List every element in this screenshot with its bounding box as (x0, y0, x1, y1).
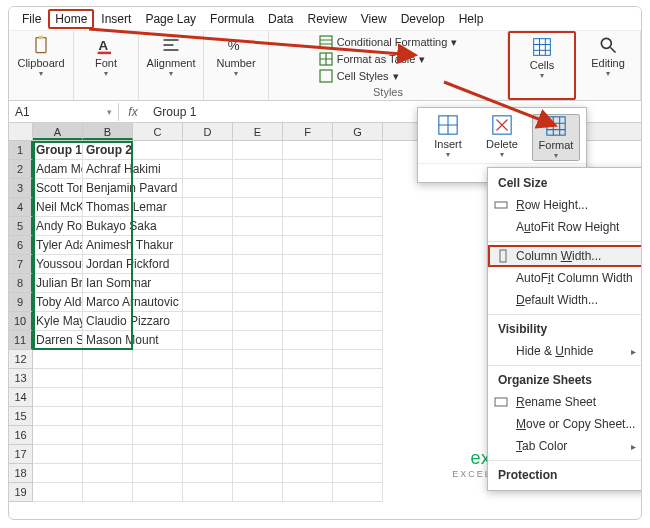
cell-styles-button[interactable]: Cell Styles▾ (319, 69, 458, 83)
menu-autofit-row[interactable]: AutoFit Row HeightAutoFit Row Height (488, 216, 642, 238)
cell[interactable] (333, 179, 383, 198)
cell[interactable] (283, 483, 333, 502)
tab-data[interactable]: Data (261, 9, 300, 29)
cell[interactable] (333, 141, 383, 160)
cell[interactable] (183, 274, 233, 293)
row-header[interactable]: 4 (9, 198, 33, 217)
number-button[interactable]: % Number ▾ (212, 35, 260, 85)
cell[interactable] (33, 407, 83, 426)
cell[interactable]: Julian Brandt (33, 274, 83, 293)
cell[interactable] (233, 236, 283, 255)
cell[interactable] (333, 388, 383, 407)
delete-button[interactable]: Delete▾ (478, 114, 526, 161)
formula-value[interactable]: Group 1 (147, 103, 202, 121)
cell[interactable] (33, 426, 83, 445)
cell[interactable] (183, 198, 233, 217)
cell[interactable] (183, 331, 233, 350)
cell[interactable]: Scott Tominay (33, 179, 83, 198)
cell[interactable]: Youssouf Fofana (33, 255, 83, 274)
cell[interactable]: Toby Alderweireld (33, 293, 83, 312)
name-box[interactable]: A1 ▾ (9, 103, 119, 121)
cell[interactable] (83, 407, 133, 426)
cell[interactable] (333, 236, 383, 255)
cell[interactable] (33, 388, 83, 407)
cell[interactable] (133, 160, 183, 179)
cell[interactable] (333, 369, 383, 388)
cell[interactable] (33, 445, 83, 464)
menu-column-width[interactable]: Column Width...Column Width... (488, 245, 642, 267)
row-header[interactable]: 18 (9, 464, 33, 483)
cell[interactable]: Kyle Mayers (33, 312, 83, 331)
cell[interactable] (233, 407, 283, 426)
menu-row-height[interactable]: RRow Height...ow Height... (488, 194, 642, 216)
col-header-a[interactable]: A (33, 123, 83, 140)
cell[interactable]: Neil McKenzie (33, 198, 83, 217)
cell[interactable] (333, 483, 383, 502)
menu-autofit-col[interactable]: AutoFit Column WidthAutoFit Column Width (488, 267, 642, 289)
cell[interactable] (333, 445, 383, 464)
cell[interactable] (233, 312, 283, 331)
cell[interactable] (33, 350, 83, 369)
cell[interactable]: Claudio Pizzaro (83, 312, 133, 331)
cell[interactable]: Benjamin Pavard (83, 179, 133, 198)
col-header-f[interactable]: F (283, 123, 333, 140)
row-header[interactable]: 11 (9, 331, 33, 350)
cell[interactable] (183, 369, 233, 388)
cell[interactable] (183, 426, 233, 445)
cell[interactable]: Andy Robertson (33, 217, 83, 236)
cell[interactable] (133, 274, 183, 293)
cell[interactable] (83, 369, 133, 388)
menu-default-width[interactable]: Default Width...Default Width... (488, 289, 642, 311)
cell[interactable] (283, 331, 333, 350)
cell[interactable] (183, 350, 233, 369)
cell[interactable] (283, 445, 333, 464)
cell[interactable] (233, 388, 283, 407)
cell[interactable] (133, 331, 183, 350)
cell[interactable] (333, 464, 383, 483)
cell[interactable] (333, 274, 383, 293)
cell[interactable] (333, 312, 383, 331)
cell[interactable] (233, 293, 283, 312)
cell[interactable] (283, 217, 333, 236)
cell[interactable] (133, 217, 183, 236)
cell[interactable] (33, 464, 83, 483)
cell[interactable] (333, 331, 383, 350)
tab-formula[interactable]: Formula (203, 9, 261, 29)
cell[interactable] (183, 312, 233, 331)
menu-rename-sheet[interactable]: Rename SheetRename Sheet (488, 391, 642, 413)
cell[interactable]: Jordan Pickford (83, 255, 133, 274)
cell[interactable] (133, 445, 183, 464)
cell[interactable]: Darren Stevens (33, 331, 83, 350)
cell[interactable] (233, 274, 283, 293)
cell[interactable] (133, 464, 183, 483)
cell[interactable] (133, 426, 183, 445)
cell[interactable] (233, 464, 283, 483)
cell[interactable] (233, 198, 283, 217)
cell[interactable] (333, 160, 383, 179)
tab-insert[interactable]: Insert (94, 9, 138, 29)
row-header[interactable]: 5 (9, 217, 33, 236)
cell[interactable] (233, 179, 283, 198)
cell[interactable] (33, 369, 83, 388)
row-header[interactable]: 16 (9, 426, 33, 445)
cell[interactable] (83, 445, 133, 464)
cell[interactable] (283, 426, 333, 445)
cell[interactable] (333, 426, 383, 445)
cells-button[interactable]: Cells ▾ (518, 37, 566, 87)
tab-view[interactable]: View (354, 9, 394, 29)
editing-button[interactable]: Editing ▾ (584, 35, 632, 85)
tab-review[interactable]: Review (300, 9, 353, 29)
cell[interactable] (233, 483, 283, 502)
cell[interactable] (333, 217, 383, 236)
row-header[interactable]: 6 (9, 236, 33, 255)
cell[interactable] (233, 369, 283, 388)
tab-file[interactable]: File (15, 9, 48, 29)
cell[interactable] (283, 407, 333, 426)
cell[interactable] (83, 388, 133, 407)
fx-icon[interactable]: fx (119, 105, 147, 119)
cell[interactable] (283, 179, 333, 198)
insert-button[interactable]: Insert▾ (424, 114, 472, 161)
cell[interactable] (183, 217, 233, 236)
cell[interactable] (183, 293, 233, 312)
cell[interactable] (183, 141, 233, 160)
